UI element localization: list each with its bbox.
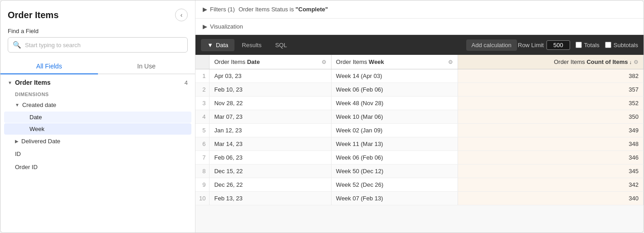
filter-chevron-icon: ▶ [203,6,207,13]
col-header-week: Order Items Week ⚙ [331,55,458,69]
cell-date: Feb 06, 23 [210,151,331,165]
section-label-dimensions: DIMENSIONS [0,89,195,99]
col-week-gear-icon[interactable]: ⚙ [448,59,453,65]
table-row: 7 Feb 06, 23 Week 06 (Feb 06) 346 [195,151,644,165]
table-row: 5 Jan 12, 23 Week 02 (Jan 09) 349 [195,124,644,137]
tab-arrow-icon: ▼ [207,42,213,49]
group-count: 4 [185,79,188,86]
subtotals-checkbox-label[interactable]: Subtotals [605,42,638,49]
col-count-gear-icon[interactable]: ⚙ [634,59,639,65]
viz-bar: ▶ Visualization [195,19,644,35]
left-panel: Order Items ‹ Find a Field 🔍 All Fields … [0,0,195,233]
data-toolbar: ▼ Data Results SQL Add calculation Row L… [195,35,644,55]
subtotals-checkbox[interactable] [605,42,611,48]
search-box: 🔍 [8,37,188,53]
cell-count: 345 [458,165,644,178]
cell-date: Feb 13, 23 [210,192,331,205]
filter-value: "Complete" [296,6,328,13]
toolbar-tab-sql[interactable]: SQL [269,39,293,51]
sub-item-date[interactable]: Date [4,112,191,123]
dimension-created-date[interactable]: ▼ Created date [0,99,195,111]
col-date-gear-icon[interactable]: ⚙ [322,59,327,65]
row-limit-label: Row Limit [518,42,544,49]
totals-checkbox-label[interactable]: Totals [576,42,600,49]
toolbar-tab-data[interactable]: ▼ Data [201,39,234,51]
table-row: 6 Mar 14, 23 Week 11 (Mar 13) 348 [195,137,644,151]
data-table: Order Items Date ⚙ Order Items Week ⚙ [195,55,644,205]
find-field-label: Find a Field [0,26,195,37]
collapse-button[interactable]: ‹ [175,9,188,21]
simple-item-order-id[interactable]: Order ID [0,160,195,174]
cell-date: Mar 14, 23 [210,137,331,151]
row-number: 1 [195,69,210,83]
row-index-header [195,55,210,69]
simple-item-id[interactable]: ID [0,147,195,160]
table-row: 2 Feb 10, 23 Week 06 (Feb 06) 357 [195,83,644,97]
cell-count: 348 [458,137,644,151]
cell-week: Week 11 (Mar 13) [331,137,458,151]
row-number: 3 [195,97,210,110]
tab-all-fields[interactable]: All Fields [0,59,98,74]
filter-bar: ▶ Filters (1) Order Items Status is "Com… [195,0,644,19]
field-list: ▼ Order Items 4 DIMENSIONS ▼ Created dat… [0,74,195,233]
delivered-chevron: ▶ [15,139,19,144]
cell-count: 349 [458,124,644,137]
row-limit-section: Row Limit [518,40,570,50]
panel-title: Order Items [8,10,59,20]
row-number: 6 [195,137,210,151]
cell-week: Week 10 (Mar 06) [331,110,458,124]
tabs: All Fields In Use [0,59,195,74]
totals-checkbox[interactable] [576,42,582,48]
panel-header: Order Items ‹ [0,0,195,26]
table-row: 3 Nov 28, 22 Week 48 (Nov 28) 352 [195,97,644,110]
viz-chevron-icon: ▶ [203,23,207,30]
col-header-count: Order Items Count of Items ↓ ⚙ [458,55,644,69]
viz-toggle[interactable]: ▶ Visualization [203,23,243,30]
group-name: Order Items [15,79,51,86]
dimension-delivered-date[interactable]: ▶ Delivered Date [0,135,195,147]
delivered-name: Delivered Date [21,138,60,145]
row-number: 4 [195,110,210,124]
table-row: 4 Mar 07, 23 Week 10 (Mar 06) 350 [195,110,644,124]
cell-week: Week 06 (Feb 06) [331,151,458,165]
row-number: 2 [195,83,210,97]
filter-toggle[interactable]: ▶ Filters (1) [203,6,235,13]
row-limit-input[interactable] [546,40,570,50]
cell-date: Dec 15, 22 [210,165,331,178]
search-icon: 🔍 [13,41,21,49]
cell-week: Week 06 (Feb 06) [331,83,458,97]
data-table-wrapper: Order Items Date ⚙ Order Items Week ⚙ [195,55,644,233]
cell-date: Feb 10, 23 [210,83,331,97]
sub-item-week[interactable]: Week [4,123,191,135]
table-row: 9 Dec 26, 22 Week 52 (Dec 26) 342 [195,178,644,192]
cell-week: Week 48 (Nov 28) [331,97,458,110]
row-number: 8 [195,165,210,178]
app-container: Order Items ‹ Find a Field 🔍 All Fields … [0,0,644,233]
cell-week: Week 02 (Jan 09) [331,124,458,137]
row-number: 9 [195,178,210,192]
cell-date: Apr 03, 23 [210,69,331,83]
table-row: 8 Dec 15, 22 Week 50 (Dec 12) 345 [195,165,644,178]
toolbar-tab-results[interactable]: Results [235,39,268,51]
cell-date: Jan 12, 23 [210,124,331,137]
col-header-date: Order Items Date ⚙ [210,55,331,69]
cell-count: 350 [458,110,644,124]
tab-in-use[interactable]: In Use [98,59,195,74]
cell-week: Week 07 (Feb 13) [331,192,458,205]
table-row: 1 Apr 03, 23 Week 14 (Apr 03) 382 [195,69,644,83]
cell-count: 357 [458,83,644,97]
cell-count: 346 [458,151,644,165]
add-calculation-button[interactable]: Add calculation [466,39,517,51]
filter-description: Order Items Status is "Complete" [239,6,328,13]
sort-icon: ↓ [628,59,632,65]
dimension-name: Created date [22,102,56,108]
viz-toggle-label: Visualization [210,23,243,30]
row-number: 10 [195,192,210,205]
cell-count: 342 [458,178,644,192]
cell-date: Mar 07, 23 [210,110,331,124]
filter-toggle-label: Filters (1) [210,6,235,13]
table-header-row: Order Items Date ⚙ Order Items Week ⚙ [195,55,644,69]
cell-date: Nov 28, 22 [210,97,331,110]
dimension-chevron: ▼ [15,102,20,107]
search-input[interactable] [25,42,183,49]
